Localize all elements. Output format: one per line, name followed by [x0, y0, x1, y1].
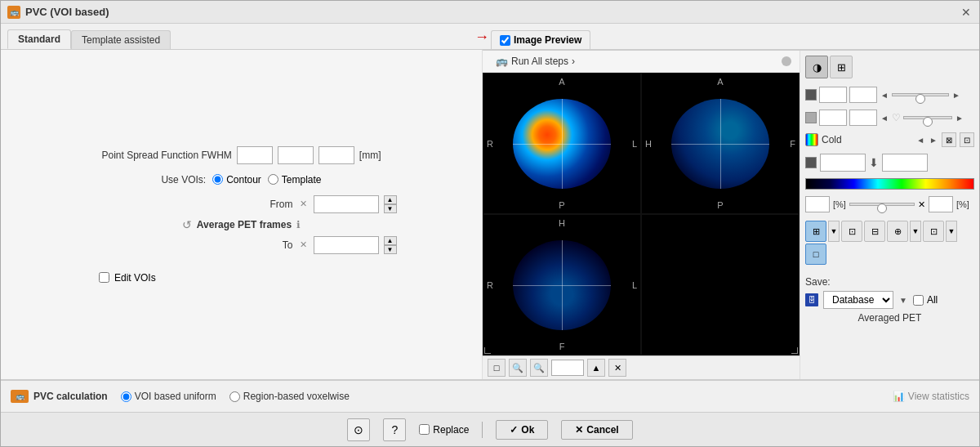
question-button[interactable]: ?: [383, 418, 406, 441]
psf-z-input[interactable]: 7.0: [318, 146, 354, 164]
view-btn-4[interactable]: ⊕: [887, 221, 908, 242]
pet-cell-bottom-left[interactable]: H F R L: [483, 214, 641, 355]
view-btn-1-dropdown[interactable]: ▼: [828, 221, 840, 242]
lut-arrow-left-1[interactable]: ◄: [880, 91, 889, 100]
region-voxelwise-option[interactable]: Region-based voxelwise: [229, 391, 350, 402]
select-tool-button[interactable]: □: [488, 359, 506, 377]
use-vois-label: Use VOIs:: [161, 174, 206, 186]
red-arrow-indicator: →: [474, 29, 489, 46]
pvc-icon: 🚌: [11, 390, 29, 403]
view-btn-3[interactable]: ⊟: [864, 221, 885, 242]
colormap-row: Cold ◄ ► ⊠ ⊡: [805, 132, 974, 147]
zoom-reset-button[interactable]: ✕: [608, 359, 626, 377]
view-btn-5[interactable]: ⊡: [923, 221, 944, 242]
database-dropdown[interactable]: Database: [823, 291, 893, 309]
lut-arrow-right-2[interactable]: ►: [955, 114, 964, 123]
colormap-edit-button[interactable]: ⊠: [942, 132, 956, 147]
contour-option[interactable]: Contour: [212, 174, 261, 186]
view-btn-5-dropdown[interactable]: ▼: [946, 221, 957, 242]
minmax-swatch: [805, 157, 817, 168]
lut-slider-1[interactable]: [892, 93, 949, 96]
image-preview-tab[interactable]: Image Preview: [491, 30, 590, 49]
to-spin-down[interactable]: ▼: [384, 245, 397, 254]
lut-input-3[interactable]: 1: [819, 110, 847, 126]
run-all-button[interactable]: 🚌 Run All steps ›: [491, 54, 580, 69]
zoom-fit-button[interactable]: ▲: [587, 359, 605, 377]
lut-slider-2[interactable]: [903, 116, 952, 119]
tab-template-assisted[interactable]: Template assisted: [71, 30, 171, 49]
contour-radio[interactable]: [212, 174, 223, 185]
lut-input-2[interactable]: 1: [849, 87, 877, 103]
percent-max-input[interactable]: 100: [929, 196, 953, 212]
min-down-arrow[interactable]: ⬇: [869, 156, 879, 169]
template-option[interactable]: Template: [268, 174, 322, 186]
colormap-left-button[interactable]: ◄: [915, 136, 925, 145]
lut-input-4[interactable]: 1: [849, 110, 877, 126]
tab-standard[interactable]: Standard: [7, 29, 71, 49]
region-voxelwise-label: Region-based voxelwise: [243, 391, 350, 402]
from-input[interactable]: 1: [314, 195, 379, 213]
all-checkbox[interactable]: [913, 295, 924, 306]
lut-input-1[interactable]: 14: [819, 87, 847, 103]
from-spin-up[interactable]: ▲: [384, 195, 397, 204]
view-btn-6[interactable]: □: [805, 244, 826, 265]
heart-icon: ♡: [892, 112, 901, 123]
to-input[interactable]: 1: [314, 236, 379, 254]
percent-slider[interactable]: [849, 203, 915, 206]
view-btn-1[interactable]: ⊞: [805, 221, 826, 242]
label-l-top-left: L: [632, 139, 637, 149]
pet-cell-top-right[interactable]: A P H F: [641, 73, 800, 214]
min-input[interactable]: 0.0: [820, 154, 866, 172]
ok-button[interactable]: ✓ Ok: [496, 420, 548, 440]
save-label: Save:: [805, 276, 974, 288]
psf-x-input[interactable]: 7.0: [237, 146, 273, 164]
edit-vois-row: Edit VOIs: [99, 272, 156, 284]
colormap-right-button[interactable]: ►: [929, 136, 938, 145]
psf-y-input[interactable]: 7.0: [278, 146, 314, 164]
db-dropdown-arrow[interactable]: ▼: [898, 296, 908, 305]
avg-pet-section: From ✕ 1 ▲ ▼ ↺ Average PET frames ℹ: [87, 195, 397, 254]
lut-arrow-left-2[interactable]: ◄: [880, 114, 889, 123]
lut-color-swatch-2: [805, 112, 817, 123]
zoom-input[interactable]: 1.0: [551, 360, 584, 376]
percent-min-input[interactable]: 8: [805, 196, 830, 212]
contrast-icon-button[interactable]: ◑: [805, 56, 828, 78]
edit-vois-checkbox[interactable]: [99, 272, 109, 283]
replace-checkbox-label[interactable]: Replace: [419, 424, 469, 436]
from-spin-down[interactable]: ▼: [384, 204, 397, 213]
voi-uniform-option[interactable]: VOI based uniform: [121, 391, 216, 402]
cancel-button[interactable]: ✕ Cancel: [561, 420, 632, 440]
help-icon-button[interactable]: ⊙: [347, 418, 370, 441]
all-checkbox-label[interactable]: All: [913, 294, 938, 306]
label-r-bottom: R: [487, 280, 493, 290]
from-x-button[interactable]: ✕: [298, 199, 309, 209]
label-h-top-right: H: [645, 139, 652, 149]
view-btn-4-dropdown[interactable]: ▼: [910, 221, 921, 242]
lut-arrow-right-1[interactable]: ►: [951, 91, 961, 100]
replace-checkbox[interactable]: [419, 424, 430, 435]
zoom-out-button[interactable]: 🔍: [530, 359, 548, 377]
status-dot: [782, 56, 791, 66]
view-statistics-button[interactable]: 📊 View statistics: [893, 391, 969, 402]
template-radio[interactable]: [268, 174, 278, 185]
info-icon[interactable]: ℹ: [296, 219, 301, 230]
right-content: 🚌 Run All steps › A P: [483, 50, 979, 379]
image-preview-checkbox[interactable]: [500, 35, 510, 46]
refresh-icon[interactable]: ↺: [182, 218, 192, 231]
zoom-in-button[interactable]: 🔍: [509, 359, 527, 377]
percent-label-1: [%]: [833, 199, 846, 209]
to-spin-up[interactable]: ▲: [384, 236, 397, 245]
region-voxelwise-radio[interactable]: [229, 391, 240, 402]
to-label: To: [269, 239, 293, 251]
close-button[interactable]: ✕: [960, 6, 973, 19]
to-x-button[interactable]: ✕: [298, 239, 309, 250]
view-btn-2[interactable]: ⊡: [841, 221, 862, 242]
grid-icon-button[interactable]: ⊞: [830, 56, 853, 78]
max-input[interactable]: 13.81768: [882, 154, 928, 172]
pet-cell-bottom-right[interactable]: [641, 214, 800, 355]
pet-cell-top-left[interactable]: A P R L: [483, 73, 641, 214]
stats-icon: 📊: [893, 391, 905, 402]
colormap-options-button[interactable]: ⊡: [960, 132, 974, 147]
voi-uniform-radio[interactable]: [121, 391, 131, 402]
brain-image-2: [671, 99, 769, 189]
